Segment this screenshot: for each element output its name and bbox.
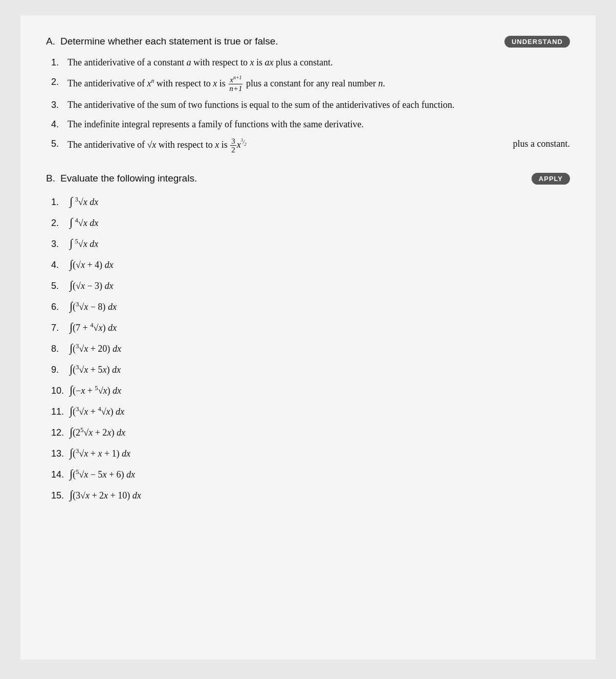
list-item: 2. ∫ 4√x dx — [51, 214, 570, 231]
item-expr: ∫(3√x + 20) dx — [70, 340, 121, 356]
list-item: 2. The antiderivative of xn with respect… — [51, 75, 570, 93]
item-expr: ∫(3√x + 4√x) dx — [70, 402, 124, 419]
item-number: 3. — [51, 237, 67, 251]
item-expr: ∫(−x + 5√x) dx — [70, 381, 121, 398]
item-number: 1. — [51, 56, 63, 70]
item-expr: ∫ 5√x dx — [70, 235, 98, 252]
item-text: The antiderivative of a constant a with … — [68, 56, 570, 70]
list-item: 1. The antiderivative of a constant a wi… — [51, 56, 570, 70]
item-number: 2. — [51, 216, 67, 230]
item-number: 12. — [51, 426, 67, 440]
list-item: 5. ∫(√x − 3) dx — [51, 277, 570, 293]
item-expr: ∫(7 + 4√x) dx — [70, 319, 117, 335]
understand-badge: UNDERSTAND — [504, 36, 570, 48]
section-b-title: B. Evaluate the following integrals. — [46, 173, 197, 184]
item-expr: ∫(√x + 4) dx — [70, 256, 114, 273]
list-item: 1. ∫ 3√x dx — [51, 193, 570, 210]
list-item: 3. The antiderivative of the sum of two … — [51, 98, 570, 112]
list-item: 4. ∫(√x + 4) dx — [51, 256, 570, 273]
item-text: The indefinite integral represents a fam… — [68, 118, 570, 132]
section-a-list: 1. The antiderivative of a constant a wi… — [46, 56, 570, 154]
item-number: 5. — [51, 137, 63, 151]
list-item: 12. ∫(25√x + 2x) dx — [51, 423, 570, 440]
item-expr: ∫ 4√x dx — [70, 214, 98, 231]
item-number: 7. — [51, 321, 67, 335]
list-item: 14. ∫(5√x − 5x + 6) dx — [51, 465, 570, 482]
item-number: 9. — [51, 363, 67, 377]
section-b-header: B. Evaluate the following integrals. APP… — [46, 173, 570, 185]
item-number: 5. — [51, 279, 67, 293]
item-expr: ∫ 3√x dx — [70, 193, 98, 210]
list-item: 10. ∫(−x + 5√x) dx — [51, 381, 570, 398]
item-expr: ∫(5√x − 5x + 6) dx — [70, 465, 135, 482]
item-expr: ∫(25√x + 2x) dx — [70, 423, 125, 440]
item-text: The antiderivative of the sum of two fun… — [68, 98, 570, 112]
section-b: B. Evaluate the following integrals. APP… — [46, 173, 570, 503]
list-item: 11. ∫(3√x + 4√x) dx — [51, 402, 570, 419]
item-expr: ∫(3√x + 2x + 10) dx — [70, 486, 141, 503]
item-number: 13. — [51, 447, 67, 461]
item-text: The antiderivative of √x with respect to… — [68, 137, 509, 154]
list-item: 3. ∫ 5√x dx — [51, 235, 570, 252]
item-expr: ∫(3√x + 5x) dx — [70, 360, 121, 377]
section-a-label: A. — [46, 36, 55, 47]
section-b-list: 1. ∫ 3√x dx 2. ∫ 4√x dx 3. ∫ 5√x dx 4. ∫… — [46, 193, 570, 503]
list-item: 8. ∫(3√x + 20) dx — [51, 340, 570, 356]
list-item: 9. ∫(3√x + 5x) dx — [51, 360, 570, 377]
section-a-title-text: Determine whether each statement is true… — [60, 36, 278, 47]
item-number: 14. — [51, 468, 67, 482]
section-b-title-text: Evaluate the following integrals. — [60, 173, 197, 184]
item-number: 15. — [51, 489, 67, 503]
item-number: 2. — [51, 75, 63, 89]
section-a-header: A. Determine whether each statement is t… — [46, 36, 570, 48]
list-item: 6. ∫(3√x − 8) dx — [51, 298, 570, 314]
list-item: 13. ∫(3√x + x + 1) dx — [51, 444, 570, 461]
item-number: 3. — [51, 98, 63, 112]
item-number: 1. — [51, 195, 67, 209]
item-expr: ∫(3√x − 8) dx — [70, 298, 117, 314]
list-item: 15. ∫(3√x + 2x + 10) dx — [51, 486, 570, 503]
item-number: 8. — [51, 342, 67, 356]
section-a-title: A. Determine whether each statement is t… — [46, 36, 278, 47]
item-number: 11. — [51, 405, 67, 419]
section-b-label: B. — [46, 173, 55, 184]
list-item: 7. ∫(7 + 4√x) dx — [51, 319, 570, 335]
apply-badge: APPLY — [532, 173, 570, 185]
item-number: 4. — [51, 258, 67, 272]
item-number: 10. — [51, 384, 67, 398]
page: A. Determine whether each statement is t… — [20, 15, 596, 660]
item-expr: ∫(√x − 3) dx — [70, 277, 114, 293]
item-text: The antiderivative of xn with respect to… — [68, 75, 570, 93]
item-number: 6. — [51, 300, 67, 314]
list-item: 4. The indefinite integral represents a … — [51, 118, 570, 132]
item-number: 4. — [51, 118, 63, 132]
item-expr: ∫(3√x + x + 1) dx — [70, 444, 130, 461]
list-item: 5. The antiderivative of √x with respect… — [51, 137, 570, 154]
section-a: A. Determine whether each statement is t… — [46, 36, 570, 154]
